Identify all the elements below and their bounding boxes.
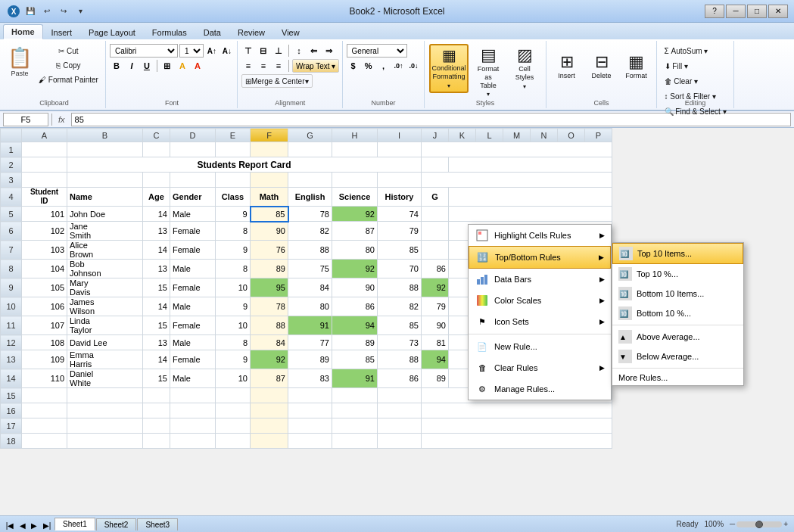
cell-j14[interactable]: 89 <box>422 369 449 388</box>
cell-j12[interactable]: 81 <box>422 335 449 350</box>
top-bottom-rules-item[interactable]: 🔢 Top/Bottom Rules ▶ <box>469 246 611 269</box>
cell-h10[interactable]: 86 <box>332 297 378 316</box>
sheet-nav-prev[interactable]: ◀ <box>17 520 28 530</box>
cell-b3[interactable] <box>67 173 143 188</box>
sheet-tab-3[interactable]: Sheet3 <box>137 518 178 530</box>
cell-g14[interactable]: 83 <box>288 369 332 388</box>
cell-a12[interactable]: 108 <box>22 335 67 350</box>
paste-button[interactable]: 📋 Paste <box>6 44 33 79</box>
header-rest[interactable] <box>449 188 612 207</box>
col-header-a[interactable]: A <box>22 129 67 142</box>
header-math[interactable]: Math <box>251 188 288 207</box>
sheet-tab-1[interactable]: Sheet1 <box>54 518 95 530</box>
cell-b11[interactable]: LindaTaylor <box>67 316 143 335</box>
tab-formulas[interactable]: Formulas <box>144 25 195 39</box>
cell-j11[interactable]: 90 <box>422 316 449 335</box>
cell-h9[interactable]: 90 <box>332 278 378 297</box>
italic-button[interactable]: I <box>125 59 139 73</box>
col-header-d[interactable]: D <box>170 129 216 142</box>
cell-e10[interactable]: 9 <box>216 297 251 316</box>
fill-color-button[interactable]: A <box>176 59 189 73</box>
office-button[interactable]: X <box>6 4 21 19</box>
format-painter-button[interactable]: 🖌 Format Painter <box>35 73 102 86</box>
cell-h8[interactable]: 92 <box>332 260 378 278</box>
cell-j6[interactable] <box>422 222 449 241</box>
text-direction-btn[interactable]: ↕ <box>292 44 306 58</box>
sheet-nav-last[interactable]: ▶| <box>40 520 54 530</box>
cell-j3[interactable] <box>422 173 612 188</box>
cell-e14[interactable]: 10 <box>216 369 251 388</box>
cell-i14[interactable]: 86 <box>378 369 422 388</box>
cell-e6[interactable]: 8 <box>216 222 251 241</box>
cell-i11[interactable]: 85 <box>378 316 422 335</box>
currency-btn[interactable]: $ <box>347 59 360 73</box>
tab-review[interactable]: Review <box>229 25 273 39</box>
cell-e13[interactable]: 9 <box>216 350 251 369</box>
minimize-btn[interactable]: ─ <box>726 5 746 18</box>
cell-g10[interactable]: 80 <box>288 297 332 316</box>
cell-j1[interactable] <box>422 142 612 157</box>
clear-rules-item[interactable]: 🗑 Clear Rules ▶ <box>469 357 611 378</box>
cell-j2[interactable] <box>422 157 449 173</box>
cell-i8[interactable]: 70 <box>378 260 422 278</box>
redo-btn[interactable]: ↪ <box>56 4 71 19</box>
cell-e9[interactable]: 10 <box>216 278 251 297</box>
above-average-item[interactable]: ▲ Above Average... <box>612 327 743 347</box>
increase-font-btn[interactable]: A↑ <box>205 44 219 58</box>
bold-button[interactable]: B <box>110 59 123 73</box>
col-header-j[interactable]: J <box>422 129 449 142</box>
cf-dropdown-menu[interactable]: Highlight Cells Rules ▶ 🔢 Top/Bottom Rul… <box>468 224 612 400</box>
data-bars-item[interactable]: Data Bars ▶ <box>469 269 611 290</box>
cell-a2[interactable] <box>22 157 67 173</box>
col-header-f[interactable]: F <box>251 129 288 142</box>
copy-button[interactable]: ⎘ Copy <box>35 58 102 72</box>
cell-c8[interactable]: 13 <box>143 260 170 278</box>
col-header-m[interactable]: M <box>503 129 531 142</box>
decrease-font-btn[interactable]: A↓ <box>220 44 234 58</box>
cell-j10[interactable]: 79 <box>422 297 449 316</box>
cell-i13[interactable]: 88 <box>378 350 422 369</box>
format-button[interactable]: ▦ Format <box>620 44 653 89</box>
cell-b9[interactable]: MaryDavis <box>67 278 143 297</box>
top-bottom-submenu[interactable]: 🔟 Top 10 Items... 🔟 Top 10 %... 🔟 Bottom… <box>612 242 744 386</box>
header-english[interactable]: English <box>288 188 332 207</box>
col-header-k[interactable]: K <box>449 129 476 142</box>
color-scales-item[interactable]: Color Scales ▶ <box>469 290 611 311</box>
cell-rest-2[interactable] <box>449 157 612 173</box>
header-name[interactable]: Name <box>67 188 143 207</box>
font-size-select[interactable]: 11 <box>179 44 204 58</box>
format-as-table-button[interactable]: ▤ Format asTable ▾ <box>472 44 505 101</box>
cell-a6[interactable]: 102 <box>22 222 67 241</box>
sheet-nav-first[interactable]: |◀ <box>3 520 17 530</box>
delete-button[interactable]: ⊟ Delete <box>585 44 618 89</box>
cell-a10[interactable]: 106 <box>22 297 67 316</box>
wrap-text-button[interactable]: Wrap Text ▾ <box>292 59 339 73</box>
cell-c1[interactable] <box>143 142 170 157</box>
cell-j13[interactable]: 94 <box>422 350 449 369</box>
zoom-minus[interactable]: ─ <box>730 520 735 528</box>
merge-center-button[interactable]: ⊞ Merge & Center ▾ <box>241 74 313 88</box>
col-header-e[interactable]: E <box>216 129 251 142</box>
cell-c14[interactable]: 15 <box>143 369 170 388</box>
cell-f8[interactable]: 89 <box>251 260 288 278</box>
name-box[interactable] <box>3 113 48 126</box>
icon-sets-item[interactable]: ⚑ Icon Sets ▶ <box>469 311 611 332</box>
insert-button[interactable]: ⊞ Insert <box>550 44 584 89</box>
cell-i12[interactable]: 73 <box>378 335 422 350</box>
cell-a11[interactable]: 107 <box>22 316 67 335</box>
cell-a7[interactable]: 103 <box>22 241 67 260</box>
header-class[interactable]: Class <box>216 188 251 207</box>
cell-e11[interactable]: 10 <box>216 316 251 335</box>
cell-f9[interactable]: 95 <box>251 278 288 297</box>
indent-increase-btn[interactable]: ⇒ <box>322 44 336 58</box>
align-bottom-btn[interactable]: ⊥ <box>272 44 285 58</box>
cell-f1[interactable] <box>251 142 288 157</box>
cell-d12[interactable]: Male <box>170 335 216 350</box>
cell-j5[interactable] <box>422 207 449 222</box>
cell-d6[interactable]: Female <box>170 222 216 241</box>
font-name-select[interactable]: Calibri <box>110 44 178 58</box>
cell-b6[interactable]: JaneSmith <box>67 222 143 241</box>
cell-d14[interactable]: Male <box>170 369 216 388</box>
report-card-title[interactable]: Students Report Card <box>67 157 422 173</box>
cell-j8[interactable]: 86 <box>422 260 449 278</box>
